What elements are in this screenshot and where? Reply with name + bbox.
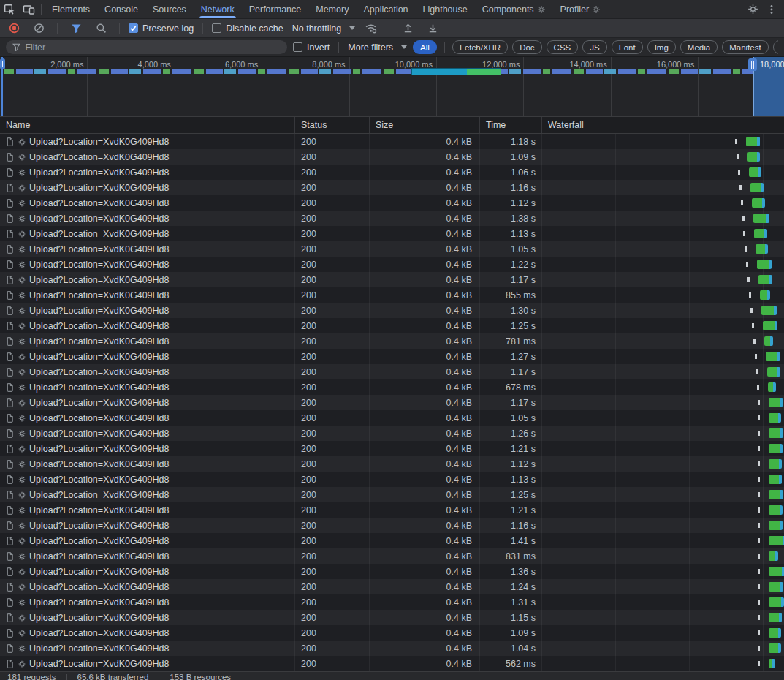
waterfall-cell[interactable] [542, 579, 784, 594]
table-row[interactable]: Upload?Location=XvdK0G409Hd8 200 0.4 kB … [0, 333, 784, 349]
table-row[interactable]: Upload?Location=XvdK0G409Hd8 200 0.4 kB … [0, 533, 784, 548]
waterfall-cell[interactable] [542, 379, 784, 395]
waterfall-cell[interactable] [542, 410, 784, 426]
inspect-element-button[interactable] [0, 1, 19, 18]
waterfall-cell[interactable] [542, 472, 784, 487]
request-name-cell[interactable]: Upload?Location=XvdK0G409Hd8 [0, 533, 295, 548]
table-row[interactable]: Upload?Location=XvdK0G409Hd8 200 0.4 kB … [0, 441, 784, 456]
waterfall-cell[interactable] [542, 364, 784, 379]
tab-elements[interactable]: Elements [45, 0, 97, 18]
request-name-cell[interactable]: Upload?Location=XvdK0G409Hd8 [0, 287, 295, 303]
request-name-cell[interactable]: Upload?Location=XvdK0G409Hd8 [0, 502, 295, 518]
waterfall-cell[interactable] [542, 303, 784, 318]
request-name-cell[interactable]: Upload?Location=XvdK0G409Hd8 [0, 379, 295, 395]
table-row[interactable]: Upload?Location=XvdK0G409Hd8 200 0.4 kB … [0, 395, 784, 410]
table-row[interactable]: Upload?Location=XvdK0G409Hd8 200 0.4 kB … [0, 318, 784, 333]
waterfall-cell[interactable] [542, 211, 784, 226]
request-name-cell[interactable]: Upload?Location=XvdK0G409Hd8 [0, 180, 295, 195]
table-row[interactable]: Upload?Location=XvdK0G409Hd8 200 0.4 kB … [0, 165, 784, 180]
request-name-cell[interactable]: Upload?Location=XvdK0G409Hd8 [0, 625, 295, 641]
filter-chip-manifest[interactable]: Manifest [722, 40, 768, 54]
waterfall-cell[interactable] [542, 226, 784, 241]
request-name-cell[interactable]: Upload?Location=XvdK0G409Hd8 [0, 149, 295, 165]
request-name-cell[interactable]: Upload?Location=XvdK0G409Hd8 [0, 165, 295, 180]
request-name-cell[interactable]: Upload?Location=XvdK0G409Hd8 [0, 318, 295, 333]
settings-gear-button[interactable] [743, 1, 762, 18]
table-row[interactable]: Upload?Location=XvdK0G409Hd8 200 0.4 kB … [0, 594, 784, 610]
tab-sources[interactable]: Sources [145, 0, 194, 18]
tab-profiler[interactable]: Profiler [553, 0, 609, 18]
request-name-cell[interactable]: Upload?Location=XvdK0G409Hd8 [0, 226, 295, 241]
request-name-cell[interactable]: Upload?Location=XvdK0G409Hd8 [0, 257, 295, 272]
waterfall-cell[interactable] [542, 134, 784, 149]
waterfall-cell[interactable] [542, 426, 784, 441]
clear-network-log-button[interactable] [29, 20, 48, 37]
invert-checkbox[interactable] [293, 42, 302, 52]
filter-chip-all[interactable]: All [413, 40, 437, 54]
waterfall-cell[interactable] [542, 656, 784, 671]
table-row[interactable]: Upload?Location=XvdK0G409Hd8 200 0.4 kB … [0, 303, 784, 318]
tab-memory[interactable]: Memory [308, 0, 356, 18]
table-row[interactable]: Upload?Location=XvdK0G409Hd8 200 0.4 kB … [0, 272, 784, 287]
waterfall-cell[interactable] [542, 165, 784, 180]
column-header-waterfall[interactable]: Waterfall [542, 117, 784, 133]
waterfall-cell[interactable] [542, 333, 784, 349]
table-row[interactable]: Upload?Location=XvdK0G409Hd8 200 0.4 kB … [0, 426, 784, 441]
table-row[interactable]: Upload?Location=XvdK0G409Hd8 200 0.4 kB … [0, 487, 784, 502]
table-row[interactable]: Upload?Location=XvdK0G409Hd8 200 0.4 kB … [0, 195, 784, 211]
request-name-cell[interactable]: Upload?Location=XvdK0G409Hd8 [0, 272, 295, 287]
table-row[interactable]: Upload?Location=XvdK0G409Hd8 200 0.4 kB … [0, 410, 784, 426]
tab-application[interactable]: Application [356, 0, 415, 18]
request-name-cell[interactable]: Upload?Location=XvdK0G409Hd8 [0, 564, 295, 579]
filter-chip-js[interactable]: JS [582, 40, 606, 54]
waterfall-cell[interactable] [542, 610, 784, 625]
table-row[interactable]: Upload?Location=XvdK0G409Hd8 200 0.4 kB … [0, 502, 784, 518]
invert-toggle[interactable]: Invert [293, 42, 330, 53]
device-toolbar-button[interactable] [19, 1, 38, 18]
column-header-status[interactable]: Status [295, 117, 370, 133]
waterfall-cell[interactable] [542, 349, 784, 364]
table-row[interactable]: Upload?Location=XvdK0G409Hd8 200 0.4 kB … [0, 226, 784, 241]
request-name-cell[interactable]: Upload?Location=XvdK0G409Hd8 [0, 134, 295, 149]
table-row[interactable]: Upload?Location=XvdK0G409Hd8 200 0.4 kB … [0, 180, 784, 195]
waterfall-cell[interactable] [542, 272, 784, 287]
filter-chip-img[interactable]: Img [647, 40, 676, 54]
waterfall-cell[interactable] [542, 241, 784, 257]
tab-performance[interactable]: Performance [242, 0, 309, 18]
request-name-cell[interactable]: Upload?Location=XvdK0G409Hd8 [0, 195, 295, 211]
request-name-cell[interactable]: Upload?Location=XvdK0G409Hd8 [0, 594, 295, 610]
waterfall-cell[interactable] [542, 641, 784, 656]
waterfall-cell[interactable] [542, 564, 784, 579]
waterfall-cell[interactable] [542, 318, 784, 333]
table-row[interactable]: Upload?Location=XvdK0G409Hd8 200 0.4 kB … [0, 548, 784, 564]
request-name-cell[interactable]: Upload?Location=XvdK0G409Hd8 [0, 610, 295, 625]
waterfall-cell[interactable] [542, 518, 784, 533]
table-row[interactable]: Upload?Location=XvdK0G409Hd8 200 0.4 kB … [0, 257, 784, 272]
request-name-cell[interactable]: Upload?Location=XvdK0G409Hd8 [0, 548, 295, 564]
table-row[interactable]: Upload?Location=XvdK0G409Hd8 200 0.4 kB … [0, 656, 784, 671]
waterfall-cell[interactable] [542, 257, 784, 272]
filter-chip-doc[interactable]: Doc [512, 40, 541, 54]
selection-right-grip[interactable] [748, 58, 757, 71]
tab-console[interactable]: Console [97, 0, 145, 18]
request-name-cell[interactable]: Upload?Location=XvdK0G409Hd8 [0, 426, 295, 441]
waterfall-cell[interactable] [542, 441, 784, 456]
waterfall-cell[interactable] [542, 502, 784, 518]
request-name-cell[interactable]: Upload?Location=XvdK0G409Hd8 [0, 456, 295, 472]
import-har-button[interactable] [398, 20, 417, 37]
tab-components[interactable]: Components [475, 0, 553, 18]
waterfall-cell[interactable] [542, 625, 784, 641]
table-row[interactable]: Upload?Location=XvdK0G409Hd8 200 0.4 kB … [0, 518, 784, 533]
table-row[interactable]: Upload?Location=XvdK0G409Hd8 200 0.4 kB … [0, 364, 784, 379]
request-name-cell[interactable]: Upload?Location=XvdK0G409Hd8 [0, 579, 295, 594]
waterfall-cell[interactable] [542, 287, 784, 303]
waterfall-cell[interactable] [542, 195, 784, 211]
filter-chip-socket[interactable]: Socket [773, 40, 778, 54]
search-button[interactable] [91, 20, 110, 37]
request-name-cell[interactable]: Upload?Location=XvdK0G409Hd8 [0, 487, 295, 502]
table-row[interactable]: Upload?Location=XvdK0G409Hd8 200 0.4 kB … [0, 579, 784, 594]
throttling-select[interactable]: No throttling [292, 23, 355, 34]
disable-cache-checkbox[interactable] [212, 23, 221, 33]
table-row[interactable]: Upload?Location=XvdK0G409Hd8 200 0.4 kB … [0, 456, 784, 472]
table-row[interactable]: Upload?Location=XvdK0G409Hd8 200 0.4 kB … [0, 149, 784, 165]
